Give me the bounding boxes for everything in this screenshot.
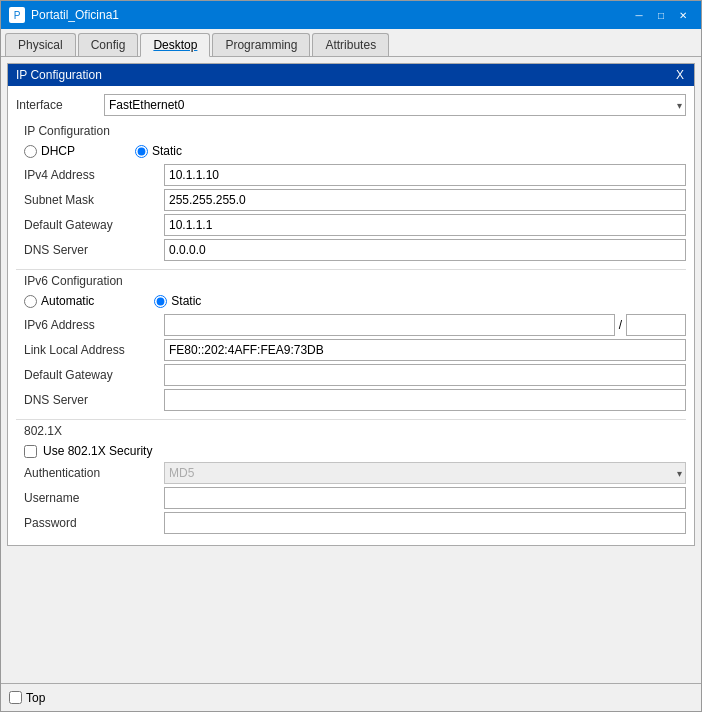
ipv6-addr-inputs: / bbox=[164, 314, 686, 336]
ipv6-address-row: IPv6 Address / bbox=[16, 314, 686, 336]
ipv6-automatic-radio[interactable]: Automatic bbox=[24, 294, 94, 308]
panel-close-button[interactable]: X bbox=[674, 68, 686, 82]
tab-programming[interactable]: Programming bbox=[212, 33, 310, 56]
password-row: Password bbox=[16, 512, 686, 534]
ipv4-ipv6-divider bbox=[16, 269, 686, 270]
tab-config[interactable]: Config bbox=[78, 33, 139, 56]
top-label: Top bbox=[26, 691, 45, 705]
main-window: P Portatil_Oficina1 ─ □ ✕ Physical Confi… bbox=[0, 0, 702, 712]
ipv4-address-row: IPv4 Address bbox=[16, 164, 686, 186]
ipv4-section-title: IP Configuration bbox=[24, 124, 686, 138]
subnet-mask-row: Subnet Mask bbox=[16, 189, 686, 211]
ipv6-address-label: IPv6 Address bbox=[24, 318, 164, 332]
default-gateway-v4-input[interactable] bbox=[164, 214, 686, 236]
ipv4-dhcp-radio[interactable]: DHCP bbox=[24, 144, 75, 158]
auth-select[interactable]: MD5 bbox=[164, 462, 686, 484]
app-icon: P bbox=[9, 7, 25, 23]
panel-body: Interface FastEthernet0 ▾ IP Configurati… bbox=[8, 86, 694, 545]
ipv4-address-input[interactable] bbox=[164, 164, 686, 186]
interface-label: Interface bbox=[16, 98, 96, 112]
dot1x-checkbox-row: Use 802.1X Security bbox=[24, 444, 686, 458]
username-input[interactable] bbox=[164, 487, 686, 509]
interface-row: Interface FastEthernet0 ▾ bbox=[16, 94, 686, 116]
default-gateway-v6-input[interactable] bbox=[164, 364, 686, 386]
auth-row: Authentication MD5 ▾ bbox=[16, 462, 686, 484]
subnet-mask-label: Subnet Mask bbox=[24, 193, 164, 207]
title-bar: P Portatil_Oficina1 ─ □ ✕ bbox=[1, 1, 701, 29]
ipv4-address-label: IPv4 Address bbox=[24, 168, 164, 182]
ipv6-section-title: IPv6 Configuration bbox=[24, 274, 686, 288]
default-gateway-v4-label: Default Gateway bbox=[24, 218, 164, 232]
link-local-row: Link Local Address bbox=[16, 339, 686, 361]
ipv4-radio-row: DHCP Static bbox=[24, 144, 678, 158]
auth-label: Authentication bbox=[24, 466, 164, 480]
dot1x-checkbox-label: Use 802.1X Security bbox=[43, 444, 152, 458]
dot1x-section-title: 802.1X bbox=[24, 424, 686, 438]
ipv6-prefix-input[interactable] bbox=[626, 314, 686, 336]
panel-title: IP Configuration bbox=[16, 68, 102, 82]
ip-config-panel: IP Configuration X Interface FastEtherne… bbox=[7, 63, 695, 546]
username-row: Username bbox=[16, 487, 686, 509]
ipv6-slash: / bbox=[619, 318, 622, 332]
minimize-button[interactable]: ─ bbox=[629, 6, 649, 24]
tab-physical[interactable]: Physical bbox=[5, 33, 76, 56]
auth-select-wrapper: MD5 ▾ bbox=[164, 462, 686, 484]
default-gateway-v6-label: Default Gateway bbox=[24, 368, 164, 382]
tab-desktop[interactable]: Desktop bbox=[140, 33, 210, 57]
link-local-label: Link Local Address bbox=[24, 343, 164, 357]
interface-select-wrapper: FastEthernet0 ▾ bbox=[104, 94, 686, 116]
top-checkbox[interactable] bbox=[9, 691, 22, 704]
tab-attributes[interactable]: Attributes bbox=[312, 33, 389, 56]
ipv6-radio-row: Automatic Static bbox=[24, 294, 678, 308]
interface-select[interactable]: FastEthernet0 bbox=[104, 94, 686, 116]
close-button[interactable]: ✕ bbox=[673, 6, 693, 24]
bottom-bar: Top bbox=[1, 683, 701, 711]
ipv6-static-radio[interactable]: Static bbox=[154, 294, 201, 308]
ipv6-address-input[interactable] bbox=[164, 314, 615, 336]
link-local-input[interactable] bbox=[164, 339, 686, 361]
password-label: Password bbox=[24, 516, 164, 530]
default-gateway-v6-row: Default Gateway bbox=[16, 364, 686, 386]
panel-header: IP Configuration X bbox=[8, 64, 694, 86]
ipv6-dot1x-divider bbox=[16, 419, 686, 420]
subnet-mask-input[interactable] bbox=[164, 189, 686, 211]
ipv4-static-radio[interactable]: Static bbox=[135, 144, 182, 158]
dns-server-v4-label: DNS Server bbox=[24, 243, 164, 257]
username-label: Username bbox=[24, 491, 164, 505]
maximize-button[interactable]: □ bbox=[651, 6, 671, 24]
dns-server-v4-input[interactable] bbox=[164, 239, 686, 261]
password-input[interactable] bbox=[164, 512, 686, 534]
window-title: Portatil_Oficina1 bbox=[31, 8, 119, 22]
main-content: IP Configuration X Interface FastEtherne… bbox=[1, 57, 701, 683]
title-buttons: ─ □ ✕ bbox=[629, 6, 693, 24]
dns-server-v6-label: DNS Server bbox=[24, 393, 164, 407]
dns-server-v6-row: DNS Server bbox=[16, 389, 686, 411]
tab-bar: Physical Config Desktop Programming Attr… bbox=[1, 29, 701, 57]
dns-server-v4-row: DNS Server bbox=[16, 239, 686, 261]
default-gateway-v4-row: Default Gateway bbox=[16, 214, 686, 236]
dns-server-v6-input[interactable] bbox=[164, 389, 686, 411]
title-bar-left: P Portatil_Oficina1 bbox=[9, 7, 119, 23]
top-checkbox-label[interactable]: Top bbox=[9, 691, 45, 705]
dot1x-checkbox[interactable] bbox=[24, 445, 37, 458]
